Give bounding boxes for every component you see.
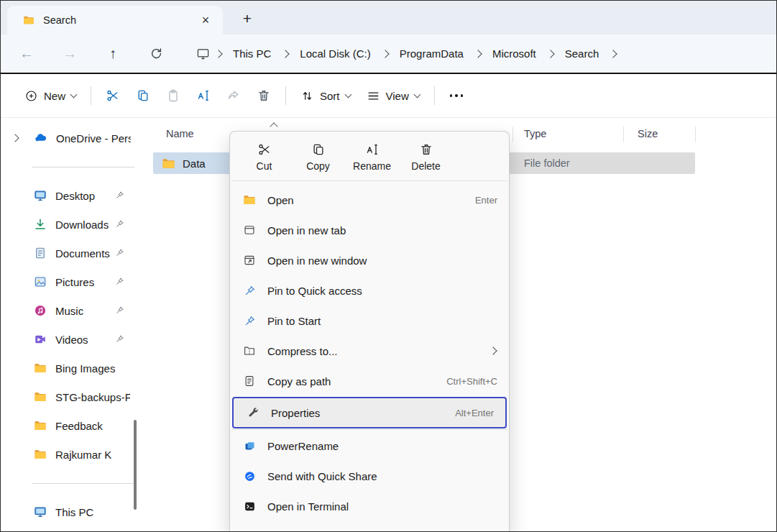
menu-item-open[interactable]: Open Enter: [230, 185, 509, 215]
folder-icon: [34, 419, 47, 432]
breadcrumb-search[interactable]: Search: [559, 43, 605, 64]
rename-button[interactable]: [188, 82, 219, 109]
pin-icon: [115, 219, 124, 229]
breadcrumb-microsoft[interactable]: Microsoft: [487, 43, 542, 64]
quick-action-label: Delete: [411, 160, 440, 172]
menu-item-powerrename[interactable]: PowerRename: [230, 431, 509, 461]
copy-icon: [136, 88, 150, 103]
chevron-down-icon: [413, 91, 420, 98]
sidebar-item-label: Desktop: [55, 190, 95, 202]
more-options-button[interactable]: [441, 82, 472, 109]
trash-icon: [257, 88, 271, 103]
sidebar-divider: [1, 152, 144, 181]
toolbar-separator: [285, 86, 286, 105]
sidebar-item-bing-images[interactable]: Bing Images: [1, 354, 144, 382]
tab-title: Search: [43, 14, 196, 26]
paste-button[interactable]: [158, 82, 188, 109]
file-type: File folder: [524, 157, 570, 169]
sidebar-item-label: Bing Images: [55, 362, 115, 375]
folder-icon: [34, 362, 47, 375]
sidebar-item-feedback[interactable]: Feedback: [1, 411, 144, 440]
pictures-icon: [34, 275, 47, 288]
share-icon: [226, 88, 241, 103]
view-button[interactable]: View: [359, 82, 428, 109]
ellipsis-icon: [450, 94, 464, 97]
menu-item-send-with-quick-share[interactable]: Send with Quick Share: [230, 461, 509, 491]
back-button[interactable]: ←: [14, 41, 40, 67]
folder-icon: [34, 448, 47, 461]
close-tab-button[interactable]: ×: [196, 10, 216, 30]
breadcrumb-local-disk-c[interactable]: Local Disk (C:): [294, 43, 376, 64]
menu-item-compress-to[interactable]: Compress to...: [230, 336, 509, 366]
tab-search[interactable]: Search ×: [7, 6, 223, 35]
view-icon: [367, 89, 380, 103]
sort-button[interactable]: Sort: [293, 82, 359, 109]
quick-action-delete[interactable]: Delete: [399, 138, 453, 176]
menu-item-label: Properties: [271, 407, 455, 419]
menu-item-shortcut: Ctrl+Shift+C: [446, 376, 497, 387]
menu-item-shortcut: Enter: [475, 195, 497, 206]
copy-button[interactable]: [128, 82, 158, 109]
sidebar-scrollbar-thumb[interactable]: [134, 420, 137, 510]
menu-item-open-in-new-window[interactable]: Open in new window: [230, 245, 509, 275]
sidebar-item-onedrive[interactable]: OneDrive - Pers: [1, 124, 144, 152]
terminal-icon: [244, 500, 256, 513]
toolbar-separator: [91, 86, 91, 105]
quick-action-rename[interactable]: Rename: [345, 138, 399, 176]
new-button[interactable]: New: [17, 82, 84, 109]
sidebar-item-videos[interactable]: Videos: [1, 325, 144, 354]
sidebar-item-rajkumar-k[interactable]: Rajkumar K: [1, 440, 144, 469]
delete-button[interactable]: [249, 82, 279, 109]
menu-item-pin-to-quick-access[interactable]: Pin to Quick access: [230, 275, 509, 306]
desktop-icon: [34, 189, 47, 202]
column-header-type[interactable]: Type: [524, 128, 546, 139]
menu-item-label: Open in new tab: [267, 224, 497, 237]
sidebar-item-this-pc[interactable]: This PC: [1, 497, 144, 526]
menu-item-label: Send with Quick Share: [267, 470, 497, 482]
menu-item-copy-as-path[interactable]: Copy as path Ctrl+Shift+C: [230, 366, 509, 396]
quick-action-cut[interactable]: Cut: [237, 138, 291, 176]
copy-icon: [311, 142, 326, 157]
column-separator[interactable]: [512, 127, 513, 142]
menu-item-pin-to-start[interactable]: Pin to Start: [230, 306, 509, 336]
menu-items: Open Enter Open in new tab Open in new w…: [230, 182, 509, 521]
cut-button[interactable]: [98, 82, 128, 109]
chevron-right-icon: [214, 50, 222, 58]
share-button[interactable]: [219, 82, 249, 109]
wrench-icon: [247, 406, 259, 419]
downloads-icon: [34, 218, 47, 231]
menu-item-properties[interactable]: Properties Alt+Enter: [232, 397, 507, 428]
sidebar-item-downloads[interactable]: Downloads: [1, 210, 144, 239]
forward-button[interactable]: →: [57, 41, 83, 67]
compress-icon: [243, 344, 256, 357]
new-tab-button[interactable]: +: [236, 8, 258, 29]
folder-icon: [243, 193, 256, 206]
menu-item-label: PowerRename: [267, 440, 497, 452]
sidebar-item-desktop[interactable]: Desktop: [1, 181, 144, 210]
videos-icon: [34, 333, 47, 346]
breadcrumb-programdata[interactable]: ProgramData: [394, 43, 469, 64]
sidebar-item-music[interactable]: Music: [1, 296, 144, 325]
new-tab-icon: [243, 224, 256, 237]
chevron-right-icon: [546, 50, 554, 58]
menu-item-open-in-terminal[interactable]: Open in Terminal: [230, 491, 509, 521]
quick-action-copy[interactable]: Copy: [291, 138, 345, 176]
column-header-size[interactable]: Size: [638, 128, 658, 139]
breadcrumb: This PC Local Disk (C:) ProgramData Micr…: [196, 43, 622, 64]
onedrive-cloud-icon: [34, 132, 47, 145]
column-header-name[interactable]: Name: [166, 128, 194, 139]
column-separator[interactable]: [695, 127, 696, 142]
cut-icon: [257, 142, 272, 157]
new-window-icon: [243, 254, 256, 267]
menu-item-open-in-new-tab[interactable]: Open in new tab: [230, 215, 509, 245]
sidebar-item-label: Videos: [55, 334, 88, 346]
folder-icon: [34, 390, 47, 403]
sidebar-item-stg-backups[interactable]: STG-backups-Fl: [1, 382, 144, 411]
sidebar-item-pictures[interactable]: Pictures: [1, 267, 144, 296]
quick-action-label: Rename: [353, 160, 391, 172]
breadcrumb-this-pc[interactable]: This PC: [227, 43, 277, 64]
refresh-button[interactable]: [143, 41, 169, 67]
up-button[interactable]: ↑: [100, 41, 126, 67]
column-separator[interactable]: [623, 127, 624, 142]
sidebar-item-documents[interactable]: Documents: [1, 239, 144, 267]
